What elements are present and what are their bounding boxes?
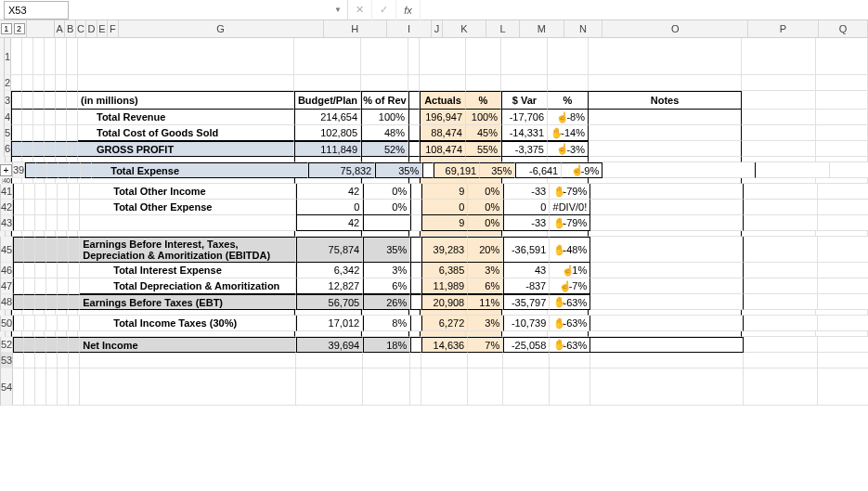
- col-G[interactable]: G: [119, 20, 324, 37]
- pct-rev: 6%: [363, 278, 410, 294]
- select-all[interactable]: [27, 20, 55, 37]
- var-pct: ✋-79%: [550, 215, 590, 231]
- act-pct: 45%: [466, 125, 501, 141]
- row-header[interactable]: 50: [1, 316, 13, 331]
- outline-gutter: 1 2: [0, 20, 27, 37]
- chevron-down-icon[interactable]: ▼: [334, 6, 342, 14]
- var: -6,641: [515, 162, 562, 178]
- row-header[interactable]: 3: [5, 91, 11, 110]
- formula-input[interactable]: [421, 1, 868, 19]
- cancel-formula-icon[interactable]: ✕: [348, 0, 372, 20]
- hand-up-icon: ☝: [562, 265, 571, 277]
- row-header[interactable]: 47: [1, 278, 13, 294]
- outline-level-2[interactable]: 2: [14, 23, 25, 34]
- var: -25,058: [503, 337, 550, 353]
- actuals: 14,636: [421, 337, 468, 353]
- row-header[interactable]: 39: [13, 162, 25, 178]
- col-P[interactable]: P: [748, 20, 819, 37]
- col-L[interactable]: L: [486, 20, 520, 37]
- col-B[interactable]: B: [65, 20, 75, 37]
- row-header[interactable]: 46: [1, 263, 13, 278]
- hdr-dvar: $ Var: [501, 91, 548, 110]
- actuals: 39,283: [421, 237, 468, 263]
- pct-rev: 0%: [363, 200, 410, 215]
- var: -35,797: [503, 294, 550, 310]
- col-N[interactable]: N: [564, 20, 603, 37]
- row-header[interactable]: 54: [1, 368, 13, 406]
- row-header[interactable]: 48: [1, 294, 13, 310]
- outline-expand-icon[interactable]: +: [0, 164, 12, 176]
- row-header[interactable]: 6: [5, 141, 11, 157]
- label: Total Depreciation & Amoritization: [80, 278, 296, 294]
- act-pct: 0%: [468, 184, 503, 200]
- row-header[interactable]: 43: [1, 215, 13, 231]
- row-header[interactable]: 52: [1, 337, 13, 353]
- row-total-expense: + 39 Total Expense 75,832 35% 69,191 35%…: [0, 162, 868, 178]
- act-pct: 55%: [466, 141, 501, 157]
- label: Earnings Before Interest, Taxes, Depreci…: [80, 237, 296, 263]
- row-header[interactable]: 53: [1, 353, 13, 368]
- act-pct: 0%: [468, 215, 503, 231]
- row-54: 54: [0, 368, 868, 406]
- name-box[interactable]: X53: [4, 1, 69, 19]
- row-header[interactable]: 5: [5, 125, 11, 141]
- var: -17,706: [501, 110, 548, 125]
- label: Total Expense: [92, 162, 308, 178]
- act-pct: 11%: [468, 294, 503, 310]
- act-pct: 100%: [466, 110, 501, 125]
- row-header[interactable]: 42: [1, 200, 13, 215]
- row-header[interactable]: 41: [1, 184, 13, 200]
- col-J[interactable]: J: [432, 20, 442, 37]
- var-pct: ✋-63%: [550, 294, 590, 310]
- hand-up-icon: ☝: [556, 111, 565, 123]
- actuals: 9: [421, 184, 468, 200]
- col-E[interactable]: E: [97, 20, 108, 37]
- budget: 17,012: [296, 316, 363, 331]
- fx-icon[interactable]: fx: [396, 0, 421, 20]
- act-pct: 6%: [468, 278, 503, 294]
- var: -10,739: [503, 316, 550, 331]
- pct-rev: 52%: [361, 141, 408, 157]
- accept-formula-icon[interactable]: ✓: [372, 0, 396, 20]
- col-D[interactable]: D: [86, 20, 97, 37]
- label: Net Income: [80, 337, 296, 353]
- col-A[interactable]: A: [55, 20, 65, 37]
- row-header[interactable]: 4: [5, 110, 11, 125]
- row-tax: 50 Total Income Taxes (30%) 17,012 8% 6,…: [0, 316, 868, 331]
- row-header[interactable]: 1: [5, 38, 11, 75]
- act-pct: 0%: [468, 200, 503, 215]
- row-cogs: 5 Total Cost of Goods Sold 102,805 48% 8…: [0, 125, 868, 141]
- col-H[interactable]: H: [324, 20, 387, 37]
- grid[interactable]: 1 2 3 (in millions) Budget/Plan % of Rev…: [0, 38, 868, 406]
- col-K[interactable]: K: [443, 20, 486, 37]
- col-C[interactable]: C: [76, 20, 86, 37]
- label: Earnings Before Taxes (EBT): [80, 294, 296, 310]
- label: Total Other Income: [80, 184, 296, 200]
- row-header[interactable]: 2: [5, 75, 11, 91]
- var-pct: ☝ 1%: [550, 263, 590, 278]
- act-pct: 3%: [468, 263, 503, 278]
- col-O[interactable]: O: [602, 20, 748, 37]
- hdr-title: (in millions): [78, 91, 294, 110]
- budget: 42: [296, 184, 363, 200]
- pct-rev: 8%: [363, 316, 410, 331]
- actuals: 108,474: [420, 141, 466, 157]
- col-F[interactable]: F: [108, 20, 118, 37]
- label: Total Income Taxes (30%): [80, 316, 296, 331]
- label: GROSS PROFIT: [78, 141, 294, 157]
- act-pct: 3%: [468, 316, 503, 331]
- pct-rev: 0%: [363, 184, 410, 200]
- col-M[interactable]: M: [520, 20, 564, 37]
- outline-level-1[interactable]: 1: [1, 23, 12, 34]
- col-I[interactable]: I: [387, 20, 432, 37]
- label: Total Other Expense: [80, 200, 296, 215]
- col-Q[interactable]: Q: [819, 20, 868, 37]
- row-header[interactable]: 45: [1, 237, 13, 263]
- var: -3,375: [501, 141, 548, 157]
- pct-rev: 3%: [363, 263, 410, 278]
- name-box-container: X53 ▼: [0, 0, 348, 20]
- workbook: X53 ▼ ✕ ✓ fx 1 2 A B C D E F G H I J K L…: [0, 0, 868, 491]
- actuals: 88,474: [420, 125, 466, 141]
- actuals: 6,385: [421, 263, 468, 278]
- budget: 56,705: [296, 294, 363, 310]
